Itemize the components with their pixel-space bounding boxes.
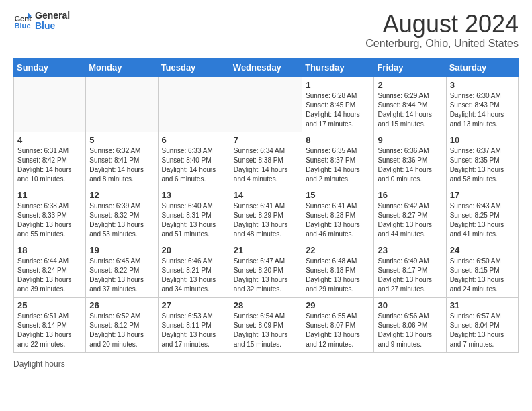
calendar-cell: 4Sunrise: 6:31 AM Sunset: 8:42 PM Daylig… — [14, 132, 86, 187]
day-info: Sunrise: 6:48 AM Sunset: 8:18 PM Dayligh… — [306, 257, 370, 294]
weekday-header-monday: Monday — [86, 58, 158, 77]
day-number: 21 — [234, 245, 298, 255]
day-info: Sunrise: 6:45 AM Sunset: 8:22 PM Dayligh… — [89, 257, 154, 294]
calendar-cell — [86, 77, 158, 132]
day-info: Sunrise: 6:30 AM Sunset: 8:43 PM Dayligh… — [450, 91, 515, 129]
weekday-header-row: SundayMondayTuesdayWednesdayThursdayFrid… — [14, 58, 519, 77]
calendar-cell: 8Sunrise: 6:35 AM Sunset: 8:37 PM Daylig… — [302, 132, 374, 187]
day-info: Sunrise: 6:54 AM Sunset: 8:09 PM Dayligh… — [234, 312, 298, 349]
calendar-cell: 17Sunrise: 6:43 AM Sunset: 8:25 PM Dayli… — [446, 187, 518, 242]
day-number: 9 — [378, 135, 442, 145]
day-number: 5 — [89, 135, 154, 145]
logo-blue: Blue — [35, 21, 70, 31]
day-number: 7 — [234, 135, 298, 145]
day-info: Sunrise: 6:31 AM Sunset: 8:42 PM Dayligh… — [17, 146, 82, 184]
daylight-label: Daylight hours — [13, 359, 65, 369]
logo-general: General — [35, 11, 70, 21]
calendar-table: SundayMondayTuesdayWednesdayThursdayFrid… — [13, 58, 519, 353]
calendar-cell: 5Sunrise: 6:32 AM Sunset: 8:41 PM Daylig… — [86, 132, 158, 187]
calendar-cell: 22Sunrise: 6:48 AM Sunset: 8:18 PM Dayli… — [302, 242, 374, 297]
location-title: Centerburg, Ohio, United States — [365, 38, 519, 50]
day-number: 23 — [378, 245, 442, 255]
day-info: Sunrise: 6:38 AM Sunset: 8:33 PM Dayligh… — [17, 201, 82, 239]
day-info: Sunrise: 6:39 AM Sunset: 8:32 PM Dayligh… — [89, 201, 154, 239]
day-info: Sunrise: 6:47 AM Sunset: 8:20 PM Dayligh… — [234, 257, 298, 294]
day-number: 24 — [450, 245, 515, 255]
week-row-1: 1Sunrise: 6:28 AM Sunset: 8:45 PM Daylig… — [14, 77, 519, 132]
calendar-cell: 11Sunrise: 6:38 AM Sunset: 8:33 PM Dayli… — [14, 187, 86, 242]
calendar-cell: 26Sunrise: 6:52 AM Sunset: 8:12 PM Dayli… — [86, 297, 158, 352]
weekday-header-friday: Friday — [374, 58, 446, 77]
day-info: Sunrise: 6:41 AM Sunset: 8:28 PM Dayligh… — [306, 201, 370, 239]
weekday-header-wednesday: Wednesday — [230, 58, 302, 77]
calendar-cell: 12Sunrise: 6:39 AM Sunset: 8:32 PM Dayli… — [86, 187, 158, 242]
calendar-cell: 10Sunrise: 6:37 AM Sunset: 8:35 PM Dayli… — [446, 132, 518, 187]
day-number: 27 — [162, 300, 226, 310]
day-number: 13 — [162, 190, 226, 200]
day-number: 19 — [89, 245, 154, 255]
day-number: 10 — [450, 135, 515, 145]
calendar-cell: 1Sunrise: 6:28 AM Sunset: 8:45 PM Daylig… — [302, 77, 374, 132]
day-info: Sunrise: 6:49 AM Sunset: 8:17 PM Dayligh… — [378, 257, 442, 294]
week-row-3: 11Sunrise: 6:38 AM Sunset: 8:33 PM Dayli… — [14, 187, 519, 242]
weekday-header-thursday: Thursday — [302, 58, 374, 77]
calendar-cell: 25Sunrise: 6:51 AM Sunset: 8:14 PM Dayli… — [14, 297, 86, 352]
week-row-2: 4Sunrise: 6:31 AM Sunset: 8:42 PM Daylig… — [14, 132, 519, 187]
week-row-5: 25Sunrise: 6:51 AM Sunset: 8:14 PM Dayli… — [14, 297, 519, 352]
day-info: Sunrise: 6:43 AM Sunset: 8:25 PM Dayligh… — [450, 201, 515, 239]
day-info: Sunrise: 6:34 AM Sunset: 8:38 PM Dayligh… — [234, 146, 298, 184]
calendar-cell: 3Sunrise: 6:30 AM Sunset: 8:43 PM Daylig… — [446, 77, 518, 132]
logo: General Blue General Blue — [13, 11, 70, 32]
page-header: General Blue General Blue August 2024 Ce… — [13, 11, 519, 50]
day-number: 28 — [234, 300, 298, 310]
day-number: 22 — [306, 245, 370, 255]
day-info: Sunrise: 6:32 AM Sunset: 8:41 PM Dayligh… — [89, 146, 154, 184]
day-info: Sunrise: 6:46 AM Sunset: 8:21 PM Dayligh… — [162, 257, 226, 294]
calendar-cell: 24Sunrise: 6:50 AM Sunset: 8:15 PM Dayli… — [446, 242, 518, 297]
day-number: 1 — [306, 80, 370, 90]
calendar-cell: 30Sunrise: 6:56 AM Sunset: 8:06 PM Dayli… — [374, 297, 446, 352]
day-info: Sunrise: 6:36 AM Sunset: 8:36 PM Dayligh… — [378, 146, 442, 184]
day-info: Sunrise: 6:35 AM Sunset: 8:37 PM Dayligh… — [306, 146, 370, 184]
day-number: 12 — [89, 190, 154, 200]
day-number: 25 — [17, 300, 82, 310]
day-number: 3 — [450, 80, 515, 90]
day-number: 20 — [162, 245, 226, 255]
calendar-cell: 29Sunrise: 6:55 AM Sunset: 8:07 PM Dayli… — [302, 297, 374, 352]
calendar-cell: 9Sunrise: 6:36 AM Sunset: 8:36 PM Daylig… — [374, 132, 446, 187]
calendar-cell: 2Sunrise: 6:29 AM Sunset: 8:44 PM Daylig… — [374, 77, 446, 132]
day-number: 11 — [17, 190, 82, 200]
day-info: Sunrise: 6:40 AM Sunset: 8:31 PM Dayligh… — [162, 201, 226, 239]
calendar-cell — [158, 77, 230, 132]
day-info: Sunrise: 6:53 AM Sunset: 8:11 PM Dayligh… — [162, 312, 226, 349]
calendar-cell: 28Sunrise: 6:54 AM Sunset: 8:09 PM Dayli… — [230, 297, 302, 352]
day-number: 26 — [89, 300, 154, 310]
logo-icon: General Blue — [13, 11, 32, 30]
calendar-cell: 23Sunrise: 6:49 AM Sunset: 8:17 PM Dayli… — [374, 242, 446, 297]
calendar-cell: 27Sunrise: 6:53 AM Sunset: 8:11 PM Dayli… — [158, 297, 230, 352]
calendar-cell: 13Sunrise: 6:40 AM Sunset: 8:31 PM Dayli… — [158, 187, 230, 242]
calendar-cell: 31Sunrise: 6:57 AM Sunset: 8:04 PM Dayli… — [446, 297, 518, 352]
day-info: Sunrise: 6:56 AM Sunset: 8:06 PM Dayligh… — [378, 312, 442, 349]
weekday-header-tuesday: Tuesday — [158, 58, 230, 77]
calendar-cell: 18Sunrise: 6:44 AM Sunset: 8:24 PM Dayli… — [14, 242, 86, 297]
title-block: August 2024 Centerburg, Ohio, United Sta… — [365, 11, 519, 50]
day-info: Sunrise: 6:44 AM Sunset: 8:24 PM Dayligh… — [17, 257, 82, 294]
day-number: 14 — [234, 190, 298, 200]
calendar-cell: 15Sunrise: 6:41 AM Sunset: 8:28 PM Dayli… — [302, 187, 374, 242]
day-number: 29 — [306, 300, 370, 310]
calendar-cell: 21Sunrise: 6:47 AM Sunset: 8:20 PM Dayli… — [230, 242, 302, 297]
weekday-header-saturday: Saturday — [446, 58, 518, 77]
month-title: August 2024 — [365, 11, 519, 38]
day-number: 15 — [306, 190, 370, 200]
calendar-cell: 16Sunrise: 6:42 AM Sunset: 8:27 PM Dayli… — [374, 187, 446, 242]
day-number: 30 — [378, 300, 442, 310]
day-number: 8 — [306, 135, 370, 145]
week-row-4: 18Sunrise: 6:44 AM Sunset: 8:24 PM Dayli… — [14, 242, 519, 297]
weekday-header-sunday: Sunday — [14, 58, 86, 77]
day-number: 31 — [450, 300, 515, 310]
day-number: 18 — [17, 245, 82, 255]
day-info: Sunrise: 6:37 AM Sunset: 8:35 PM Dayligh… — [450, 146, 515, 184]
day-number: 16 — [378, 190, 442, 200]
calendar-cell — [230, 77, 302, 132]
